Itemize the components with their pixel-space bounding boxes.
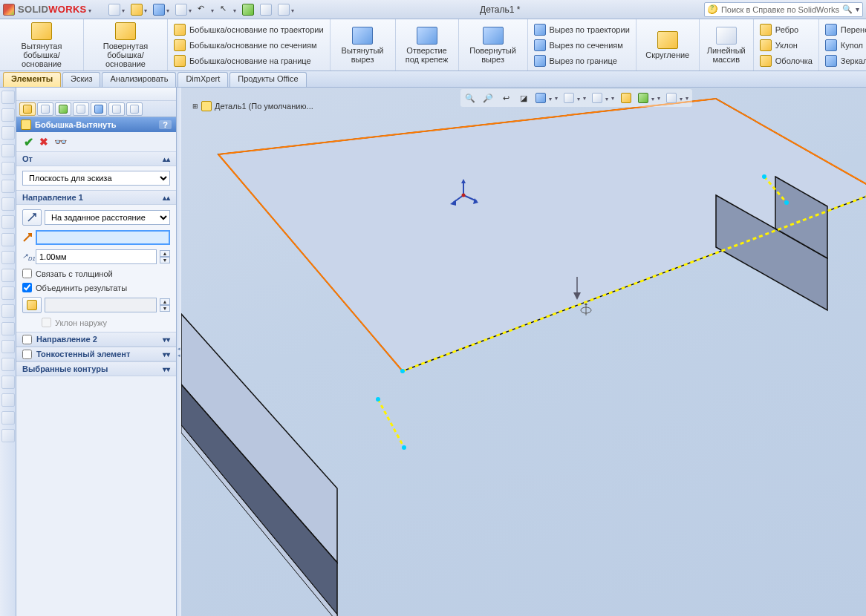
fm-tab-extra2[interactable] [126,102,143,116]
lt-btn-5[interactable] [1,162,15,175]
lt-btn-1[interactable] [1,91,15,104]
lt-btn-14[interactable] [1,322,15,335]
rib-move[interactable]: Перенос [824,23,866,36]
rib-hole-wizard[interactable]: Отверстие под крепеж [400,21,454,69]
lt-btn-6[interactable] [1,180,15,193]
spin-up[interactable]: ▲ [160,298,170,305]
hud-view-settings[interactable] [664,91,691,105]
rib-revolved-cut[interactable]: Повернутый вырез [463,21,523,69]
fm-tab-display[interactable] [91,102,107,116]
hud-zoom-fit[interactable]: 🔍 [462,91,478,105]
pm-help-button[interactable]: ? [159,120,172,129]
graphics-viewport[interactable]: ⊞ Деталь1 (По умолчанию... [181,88,866,616]
tab-sketch[interactable]: Эскиз [62,72,100,87]
preview-handle-5[interactable] [784,200,789,205]
reverse-direction-button[interactable] [22,209,42,226]
qat-save[interactable] [151,1,172,18]
search-magnifier-icon[interactable]: 🔍 [842,4,853,14]
rib-linear-pattern[interactable]: Линейный массив [704,21,749,69]
from-plane-select[interactable]: Плоскость для эскиза [22,171,170,186]
lt-btn-18[interactable] [1,393,15,407]
qat-undo[interactable]: ↶ [195,1,216,18]
lt-btn-13[interactable] [1,304,15,318]
rib-dome[interactable]: Купол [824,39,866,52]
tab-evaluate[interactable]: Анализировать [102,72,176,87]
view-triad[interactable] [449,180,478,210]
spin-down[interactable]: ▼ [160,305,170,312]
section-dir1-header[interactable]: Направление 1 ▴▴ [16,190,176,205]
rib-lofted-cut[interactable]: Вырез по сечениям [533,39,631,52]
rib-fillet[interactable]: Скругление [641,21,694,69]
spin-down[interactable]: ▼ [160,257,170,263]
hud-display-style[interactable] [561,91,588,105]
lt-btn-7[interactable] [1,197,15,211]
rib-shell[interactable]: Оболочка [758,54,814,68]
fm-tab-feature-tree[interactable] [19,102,36,116]
qat-new[interactable] [106,1,127,18]
hud-prev-view[interactable]: ↩ [498,91,514,105]
rib-boundary-cut[interactable]: Вырез по границе [533,54,631,68]
preview-handle-1[interactable] [400,369,405,373]
section-thin-header[interactable]: Тонкостенный элемент ▾▾ [16,347,176,361]
tab-office[interactable]: Продукты Office [229,72,306,87]
lt-btn-11[interactable] [1,269,15,282]
qat-rebuild[interactable] [240,1,256,18]
lt-btn-16[interactable] [1,358,15,371]
rib-extruded-boss[interactable]: Вытянутая бобышка/основание [4,21,79,69]
lt-btn-9[interactable] [1,233,15,246]
preview-handle-3[interactable] [402,445,406,450]
rib-swept-boss[interactable]: Бобышка/основание по траектории [172,23,325,36]
qat-print[interactable] [173,1,194,18]
pm-detail-preview-button[interactable]: 👓 [54,136,67,148]
fm-tab-config[interactable] [55,102,71,116]
help-search-caret[interactable]: ▾ [856,5,859,13]
section-contours-header[interactable]: Выбранные контуры ▾▾ [16,361,176,376]
direction-vector-input[interactable] [36,230,170,245]
fm-tab-property[interactable] [37,102,53,116]
lt-btn-8[interactable] [1,215,15,229]
hud-section[interactable]: ◪ [515,91,532,105]
preview-handle-4[interactable] [762,174,766,179]
depth-spinner[interactable]: ▲▼ [160,250,170,263]
merge-thickness-row[interactable]: Связать с толщиной [22,269,170,278]
logo-menu-caret[interactable] [87,5,91,14]
thin-enable-checkbox[interactable] [22,350,32,359]
rib-rib[interactable]: Ребро [758,23,814,36]
rib-lofted-boss[interactable]: Бобышка/основание по сечениям [172,39,325,52]
rib-extruded-cut[interactable]: Вытянутый вырез [335,21,391,69]
qat-help[interactable] [276,1,296,18]
dir2-enable-checkbox[interactable] [22,335,32,344]
draft-spinner[interactable]: ▲▼ [160,298,170,312]
lt-btn-15[interactable] [1,340,15,353]
rib-mirror[interactable]: Зеркальное отражение [824,54,866,68]
lt-btn-10[interactable] [1,251,15,264]
rib-boundary-boss[interactable]: Бобышка/основание на границе [172,54,325,68]
fm-tab-extra1[interactable] [108,102,125,116]
lt-btn-2[interactable] [1,108,15,122]
tab-features[interactable]: Элементы [3,72,61,87]
lt-btn-3[interactable] [1,126,15,140]
tab-dimxpert[interactable]: DimXpert [178,72,228,87]
help-search-box[interactable]: Поиск в Справке по SolidWorks 🔍 ▾ [704,2,863,17]
rib-draft[interactable]: Уклон [758,39,814,52]
hud-hide-show[interactable] [590,91,616,105]
rib-revolved-boss[interactable]: Повернутая бобышка/основание [88,21,163,69]
lt-btn-4[interactable] [1,144,15,157]
section-from-header[interactable]: От ▴▴ [16,151,176,166]
lt-btn-17[interactable] [1,376,15,389]
qat-select[interactable]: ↖ [218,1,238,18]
rib-swept-cut[interactable]: Вырез по траектории [533,23,631,36]
hud-appearance[interactable] [618,91,634,105]
section-dir2-header[interactable]: Направление 2 ▾▾ [16,332,176,347]
merge-result-row[interactable]: Объединить результаты [22,283,170,292]
spin-up[interactable]: ▲ [160,250,170,257]
hud-zoom-area[interactable]: 🔎 [480,91,496,105]
qat-open[interactable] [128,1,149,18]
hud-scene[interactable] [636,91,662,105]
merge-result-checkbox[interactable] [22,283,32,292]
lt-btn-12[interactable] [1,286,15,300]
pm-cancel-button[interactable]: ✖ [39,136,48,148]
end-condition-select[interactable]: На заданное расстояние [45,210,170,225]
preview-handle-2[interactable] [376,397,380,402]
merge-thickness-checkbox[interactable] [22,269,32,278]
